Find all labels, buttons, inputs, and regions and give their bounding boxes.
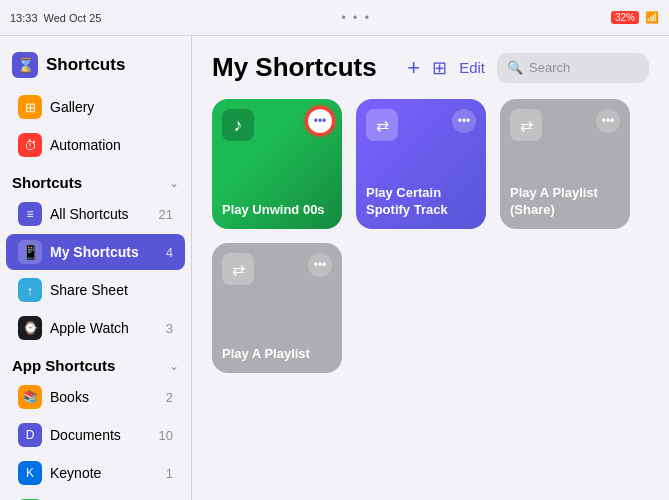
shortcut-arrows-icon-3: ⇄	[232, 260, 245, 279]
card-4-icon: ⇄	[222, 253, 254, 285]
grid-view-button[interactable]: ⊞	[432, 57, 447, 79]
top-bar-left: 13:33 Wed Oct 25	[10, 12, 101, 24]
share-sheet-icon: ↑	[18, 278, 42, 302]
battery-indicator: 32%	[611, 11, 639, 24]
sidebar-item-numbers[interactable]: N Numbers 1	[6, 493, 185, 500]
documents-count: 10	[159, 428, 173, 443]
books-icon: 📚	[18, 385, 42, 409]
search-icon: 🔍	[507, 60, 523, 75]
apple-watch-icon: ⌚	[18, 316, 42, 340]
shortcuts-group-header: Shortcuts ⌄	[0, 164, 191, 195]
apple-watch-count: 3	[166, 321, 173, 336]
card-3-top: ⇄ •••	[510, 109, 620, 141]
top-bar-center: • • •	[342, 11, 371, 25]
share-sheet-label: Share Sheet	[50, 282, 173, 298]
app-shortcuts-group-label: App Shortcuts	[12, 357, 165, 374]
app-title-row: ⌛ Shortcuts	[0, 46, 191, 88]
books-count: 2	[166, 390, 173, 405]
all-shortcuts-icon: ≡	[18, 202, 42, 226]
books-label: Books	[50, 389, 166, 405]
app-title-label: Shortcuts	[46, 55, 125, 75]
card-2-top: ⇄ •••	[366, 109, 476, 141]
content-area: My Shortcuts + ⊞ Edit 🔍 ♪ •••	[192, 36, 669, 500]
sidebar-item-books[interactable]: 📚 Books 2	[6, 379, 185, 415]
shortcuts-chevron-icon: ⌄	[169, 176, 179, 190]
card-3-label: Play A Playlist (Share)	[510, 185, 620, 219]
card-4-top: ⇄ •••	[222, 253, 332, 285]
content-title: My Shortcuts	[212, 52, 377, 83]
shortcut-card-play-playlist[interactable]: ⇄ ••• Play A Playlist	[212, 243, 342, 373]
dots-label: • • •	[342, 11, 371, 25]
automation-label: Automation	[50, 137, 173, 153]
keynote-count: 1	[166, 466, 173, 481]
time-label: 13:33	[10, 12, 38, 24]
battery-pct: 32%	[615, 12, 635, 23]
sidebar-item-my-shortcuts[interactable]: 📱 My Shortcuts 4	[6, 234, 185, 270]
shortcut-card-play-unwind[interactable]: ♪ ••• Play Unwind 00s	[212, 99, 342, 229]
my-shortcuts-icon: 📱	[18, 240, 42, 264]
card-3-more-button[interactable]: •••	[596, 109, 620, 133]
shortcuts-grid: ♪ ••• Play Unwind 00s ⇄ ••• Play Certain…	[212, 99, 649, 373]
apple-watch-label: Apple Watch	[50, 320, 166, 336]
shortcut-arrows-icon-2: ⇄	[520, 116, 533, 135]
shortcut-card-play-playlist-share[interactable]: ⇄ ••• Play A Playlist (Share)	[500, 99, 630, 229]
card-1-top: ♪ •••	[222, 109, 332, 141]
card-3-icon: ⇄	[510, 109, 542, 141]
automation-icon: ⏱	[18, 133, 42, 157]
card-2-label: Play Certain Spotify Track	[366, 185, 476, 219]
app-shortcuts-group-header: App Shortcuts ⌄	[0, 347, 191, 378]
edit-button[interactable]: Edit	[459, 59, 485, 76]
shortcut-arrows-icon: ⇄	[376, 116, 389, 135]
sidebar-item-share-sheet[interactable]: ↑ Share Sheet	[6, 272, 185, 308]
card-1-more-button[interactable]: •••	[308, 109, 332, 133]
sidebar: ⌛ Shortcuts ⊞ Gallery ⏱ Automation Short…	[0, 36, 192, 500]
app-shortcuts-chevron-icon: ⌄	[169, 359, 179, 373]
top-bar-right: 32% 📶	[611, 11, 659, 24]
date-label: Wed Oct 25	[44, 12, 102, 24]
sidebar-item-all-shortcuts[interactable]: ≡ All Shortcuts 21	[6, 196, 185, 232]
my-shortcuts-label: My Shortcuts	[50, 244, 166, 260]
card-4-label: Play A Playlist	[222, 346, 310, 363]
sidebar-item-keynote[interactable]: K Keynote 1	[6, 455, 185, 491]
shortcut-card-play-certain[interactable]: ⇄ ••• Play Certain Spotify Track	[356, 99, 486, 229]
documents-label: Documents	[50, 427, 159, 443]
gallery-label: Gallery	[50, 99, 173, 115]
sidebar-item-documents[interactable]: D Documents 10	[6, 417, 185, 453]
card-4-more-button[interactable]: •••	[308, 253, 332, 277]
sidebar-item-apple-watch[interactable]: ⌚ Apple Watch 3	[6, 310, 185, 346]
content-header: My Shortcuts + ⊞ Edit 🔍	[212, 52, 649, 83]
top-bar: 13:33 Wed Oct 25 • • • 32% 📶	[0, 0, 669, 36]
my-shortcuts-count: 4	[166, 245, 173, 260]
spotify-icon: ♪	[234, 115, 243, 136]
all-shortcuts-label: All Shortcuts	[50, 206, 159, 222]
card-2-more-button[interactable]: •••	[452, 109, 476, 133]
all-shortcuts-count: 21	[159, 207, 173, 222]
sidebar-item-automation[interactable]: ⏱ Automation	[6, 127, 185, 163]
gallery-icon: ⊞	[18, 95, 42, 119]
content-actions: + ⊞ Edit 🔍	[407, 53, 649, 83]
search-bar[interactable]: 🔍	[497, 53, 649, 83]
sidebar-item-gallery[interactable]: ⊞ Gallery	[6, 89, 185, 125]
documents-icon: D	[18, 423, 42, 447]
app-icon-glyph: ⌛	[17, 57, 34, 73]
card-1-label: Play Unwind 00s	[222, 202, 325, 219]
app-icon: ⌛	[12, 52, 38, 78]
main-layout: ⌛ Shortcuts ⊞ Gallery ⏱ Automation Short…	[0, 36, 669, 500]
shortcuts-group-label: Shortcuts	[12, 174, 165, 191]
spotify-app-icon: ♪	[222, 109, 254, 141]
add-shortcut-button[interactable]: +	[407, 55, 420, 81]
wifi-icon: 📶	[645, 11, 659, 24]
keynote-icon: K	[18, 461, 42, 485]
card-2-icon: ⇄	[366, 109, 398, 141]
keynote-label: Keynote	[50, 465, 166, 481]
search-input[interactable]	[529, 60, 639, 75]
